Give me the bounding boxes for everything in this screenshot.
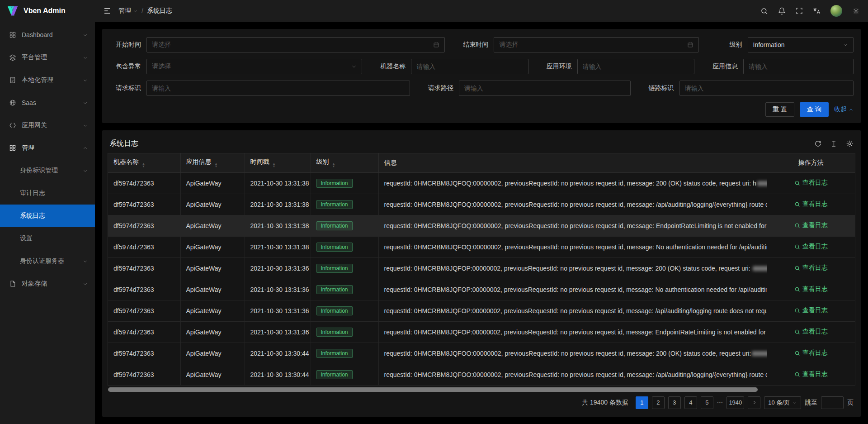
filter-request-id: 请求标识 bbox=[109, 81, 410, 96]
level-select[interactable]: Information bbox=[748, 37, 854, 52]
view-log-link[interactable]: 查看日志 bbox=[794, 179, 828, 187]
sidebar-item-auth-server[interactable]: 身份认证服务器 bbox=[0, 250, 95, 272]
sidebar-item-identity-management[interactable]: 身份标识管理 bbox=[0, 159, 95, 182]
sidebar-item-localization-management[interactable]: 本地化管理 bbox=[0, 69, 95, 91]
page-button-5[interactable]: 5 bbox=[701, 396, 713, 409]
view-log-link[interactable]: 查看日志 bbox=[794, 200, 828, 208]
sidebar-item-object-storage[interactable]: 对象存储 bbox=[0, 272, 95, 295]
view-log-link[interactable]: 查看日志 bbox=[794, 370, 828, 378]
level-cell: Information bbox=[311, 172, 378, 194]
table-row[interactable]: df5974d72363ApiGateWay2021-10-30 13:31:3… bbox=[108, 215, 855, 236]
machine-name-field[interactable] bbox=[411, 59, 528, 74]
view-log-link[interactable]: 查看日志 bbox=[794, 221, 828, 229]
sidebar-item-dashboard[interactable]: Dashboard bbox=[0, 24, 95, 46]
app-env-field[interactable] bbox=[577, 59, 694, 74]
column-header-level[interactable]: 级别▲▼ bbox=[311, 153, 378, 172]
filter-panel: 开始时间 请选择 结束时间 请选择 bbox=[102, 29, 861, 123]
level-cell: Information bbox=[311, 257, 378, 279]
page-button-last[interactable]: 1940 bbox=[726, 396, 744, 409]
app-logo[interactable]: Vben Admin bbox=[0, 0, 95, 22]
sort-icons[interactable]: ▲▼ bbox=[273, 162, 276, 168]
table-row[interactable]: df5974d72363ApiGateWay2021-10-30 13:31:3… bbox=[108, 300, 855, 321]
pagination-ellipsis[interactable]: ••• bbox=[717, 400, 723, 405]
page-button-2[interactable]: 2 bbox=[652, 396, 665, 409]
column-header-timestamp[interactable]: 时间戳▲▼ bbox=[245, 153, 311, 172]
collapse-toggle[interactable]: 收起 bbox=[834, 105, 854, 114]
request-path-field[interactable] bbox=[459, 81, 631, 96]
request-id-input[interactable] bbox=[152, 85, 405, 92]
level-cell: Information bbox=[311, 343, 378, 364]
chevron-up-icon bbox=[83, 146, 88, 151]
column-settings-icon[interactable] bbox=[846, 140, 854, 148]
page-button-4[interactable]: 4 bbox=[684, 396, 697, 409]
bell-icon[interactable] bbox=[778, 7, 786, 15]
table-row[interactable]: df5974d72363ApiGateWay2021-10-30 13:31:3… bbox=[108, 194, 855, 215]
scrollbar-thumb[interactable] bbox=[108, 387, 758, 392]
level-badge: Information bbox=[316, 328, 353, 337]
view-log-link[interactable]: 查看日志 bbox=[794, 285, 828, 293]
next-page-button[interactable] bbox=[748, 396, 760, 409]
table-row[interactable]: df5974d72363ApiGateWay2021-10-30 13:31:3… bbox=[108, 257, 855, 279]
view-log-link[interactable]: 查看日志 bbox=[794, 328, 828, 336]
table-row[interactable]: df5974d72363ApiGateWay2021-10-30 13:31:3… bbox=[108, 236, 855, 257]
sidebar-item-platform-management[interactable]: 平台管理 bbox=[0, 46, 95, 69]
breadcrumb-parent[interactable]: 管理 bbox=[118, 7, 138, 15]
request-path-input[interactable] bbox=[464, 85, 625, 92]
actions-cell: 查看日志 bbox=[767, 172, 855, 194]
start-time-picker[interactable]: 请选择 bbox=[146, 37, 445, 52]
sort-icons[interactable]: ▲▼ bbox=[215, 162, 218, 168]
machine-name-input[interactable] bbox=[416, 63, 523, 70]
level-badge: Information bbox=[316, 264, 353, 273]
reset-button[interactable]: 重 置 bbox=[765, 102, 794, 117]
table-row[interactable]: df5974d72363ApiGateWay2021-10-30 13:31:3… bbox=[108, 279, 855, 300]
column-header-machine-name[interactable]: 机器名称▲▼ bbox=[108, 153, 180, 172]
page-button-3[interactable]: 3 bbox=[668, 396, 681, 409]
machine-cell: df5974d72363 bbox=[108, 343, 180, 364]
fullscreen-icon[interactable] bbox=[796, 7, 803, 14]
refresh-icon[interactable] bbox=[814, 140, 822, 148]
query-button[interactable]: 查 询 bbox=[800, 102, 829, 117]
app-env-input[interactable] bbox=[583, 63, 689, 70]
request-id-field[interactable] bbox=[146, 81, 410, 96]
end-time-picker[interactable]: 请选择 bbox=[494, 37, 698, 52]
avatar[interactable] bbox=[830, 5, 842, 17]
sort-icons[interactable]: ▲▼ bbox=[142, 162, 145, 168]
jump-page-input[interactable] bbox=[821, 396, 844, 409]
table-row[interactable]: df5974d72363ApiGateWay2021-10-30 13:31:3… bbox=[108, 321, 855, 343]
trace-id-field[interactable] bbox=[679, 81, 854, 96]
menu-fold-icon[interactable] bbox=[103, 7, 111, 15]
app-info-field[interactable] bbox=[743, 59, 854, 74]
breadcrumb-current: 系统日志 bbox=[147, 7, 172, 15]
view-log-link[interactable]: 查看日志 bbox=[794, 349, 828, 357]
sidebar-item-saas[interactable]: Saas bbox=[0, 91, 95, 114]
sort-icons[interactable]: ▲▼ bbox=[332, 162, 335, 168]
level-cell: Information bbox=[311, 364, 378, 385]
management-icon bbox=[9, 144, 17, 152]
trace-id-input[interactable] bbox=[685, 85, 849, 92]
level-label: 级别 bbox=[711, 41, 748, 49]
app-cell: ApiGateWay bbox=[180, 172, 245, 194]
page-size-select[interactable]: 10 条/页 bbox=[764, 396, 801, 409]
app-info-input[interactable] bbox=[749, 63, 848, 70]
table-row[interactable]: df5974d72363ApiGateWay2021-10-30 13:31:3… bbox=[108, 172, 855, 194]
view-log-link[interactable]: 查看日志 bbox=[794, 243, 828, 251]
sidebar-item-system-logs[interactable]: 系统日志 bbox=[0, 205, 95, 227]
table-header-row: 机器名称▲▼应用信息▲▼时间戳▲▼级别▲▼信息操作方法 bbox=[108, 153, 855, 172]
app-title: Vben Admin bbox=[24, 7, 66, 15]
sidebar-item-app-gateway[interactable]: 应用网关 bbox=[0, 114, 95, 137]
settings-gear-icon[interactable] bbox=[852, 7, 860, 15]
row-height-icon[interactable] bbox=[830, 140, 838, 148]
table-row[interactable]: df5974d72363ApiGateWay2021-10-30 13:30:4… bbox=[108, 343, 855, 364]
table-row[interactable]: df5974d72363ApiGateWay2021-10-30 13:30:4… bbox=[108, 364, 855, 385]
page-button-1[interactable]: 1 bbox=[636, 396, 648, 409]
log-table: 机器名称▲▼应用信息▲▼时间戳▲▼级别▲▼信息操作方法 df5974d72363… bbox=[108, 153, 855, 386]
sidebar-item-management[interactable]: 管理 bbox=[0, 137, 95, 159]
sidebar-item-audit-logs[interactable]: 审计日志 bbox=[0, 182, 95, 205]
sidebar-item-settings[interactable]: 设置 bbox=[0, 227, 95, 250]
view-log-link[interactable]: 查看日志 bbox=[794, 264, 828, 272]
view-log-link[interactable]: 查看日志 bbox=[794, 306, 828, 314]
translate-icon[interactable] bbox=[813, 7, 821, 15]
column-header-app-info[interactable]: 应用信息▲▼ bbox=[180, 153, 245, 172]
search-icon[interactable] bbox=[760, 7, 768, 15]
has-exception-select[interactable]: 请选择 bbox=[146, 59, 362, 74]
